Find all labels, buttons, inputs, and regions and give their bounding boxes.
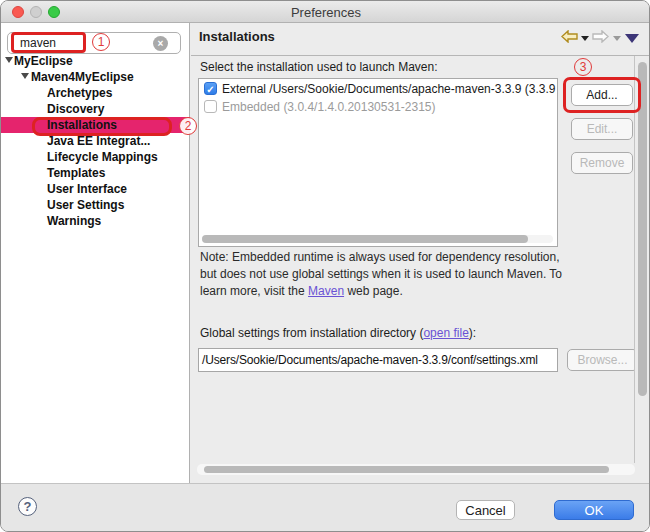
tree-item-label: Warnings [47,213,101,229]
disclosure-triangle-icon[interactable] [5,57,13,63]
tree-item-label: Archetypes [47,85,112,101]
panel-vertical-scrollbar[interactable] [634,56,650,463]
list-item-embedded[interactable]: Embedded (3.0.4/1.4.0.20130531-2315) [199,99,557,115]
remove-button[interactable]: Remove [571,152,633,174]
panel-horizontal-scrollbar[interactable] [197,464,635,475]
add-button[interactable]: Add... [571,84,633,106]
tree-item-myeclipse[interactable]: MyEclipse [1,53,190,69]
tree-item-installations[interactable]: Installations [1,117,190,133]
scrollbar-thumb[interactable] [638,62,647,396]
note-text: web page. [344,284,403,298]
cancel-button[interactable]: Cancel [456,500,515,520]
global-settings-text: ): [469,326,476,340]
forward-dropdown-icon [613,36,621,41]
tree-item-user-interface[interactable]: User Interface [1,181,190,197]
footer-bar: ? Cancel OK [1,483,650,532]
tree-item-label: Java EE Integrat... [47,133,150,149]
open-file-link[interactable]: open file [423,326,468,340]
sidebar: × MyEclipse Maven4MyEclipse Archetypes D… [1,23,190,483]
annotation-number-1: 1 [92,33,110,51]
tree-item-label: Discovery [47,101,104,117]
tree-item-templates[interactable]: Templates [1,165,190,181]
tree-item-warnings[interactable]: Warnings [1,213,190,229]
back-dropdown-icon[interactable] [581,36,589,41]
checkbox-unchecked-icon[interactable] [204,100,217,113]
header-divider [191,55,650,56]
annotation-number-2: 2 [179,117,197,135]
browse-button[interactable]: Browse... [567,349,638,371]
tree-item-label: Maven4MyEclipse [31,69,134,85]
tree-item-label: Lifecycle Mappings [47,149,158,165]
settings-path-field[interactable]: /Users/Sookie/Documents/apache-maven-3.3… [198,348,558,372]
forward-icon [592,30,609,43]
checkbox-checked-icon[interactable]: ✓ [204,82,217,95]
installation-label: External /Users/Sookie/Documents/apache-… [222,81,556,97]
installations-pane: Installations Select the installation us… [191,23,650,483]
installation-label: Embedded (3.0.4/1.4.0.20130531-2315) [222,99,436,115]
scrollbar-thumb[interactable] [204,466,609,473]
window-title: Preferences [1,5,650,20]
title-bar: Preferences [1,1,650,23]
disclosure-triangle-icon[interactable] [21,73,29,79]
installations-list: ✓ External /Users/Sookie/Documents/apach… [198,78,558,247]
list-horizontal-scrollbar[interactable] [202,235,553,243]
tree-item-maven4myeclipse[interactable]: Maven4MyEclipse [1,69,190,85]
edit-button[interactable]: Edit... [571,118,633,140]
tree-item-discovery[interactable]: Discovery [1,101,190,117]
global-settings-text: Global settings from installation direct… [200,326,423,340]
tree-item-java-ee-integration[interactable]: Java EE Integrat... [1,133,190,149]
maven-link[interactable]: Maven [308,284,344,298]
back-icon[interactable] [561,30,578,43]
view-menu-icon[interactable] [625,34,639,43]
tree-item-lifecycle-mappings[interactable]: Lifecycle Mappings [1,149,190,165]
tree-item-archetypes[interactable]: Archetypes [1,85,190,101]
preferences-window: Preferences × MyEclipse Maven4MyEclipse … [0,0,650,532]
global-settings-label: Global settings from installation direct… [200,326,476,340]
page-title: Installations [199,29,275,44]
scrollbar-thumb[interactable] [202,235,528,243]
tree-item-label: User Settings [47,197,124,213]
annotation-number-3: 3 [574,58,592,76]
select-installation-label: Select the installation used to launch M… [200,60,437,74]
list-item-external[interactable]: ✓ External /Users/Sookie/Documents/apach… [199,81,557,97]
ok-button[interactable]: OK [554,500,634,520]
tree-item-label: Templates [47,165,105,181]
search-clear-icon[interactable]: × [153,36,168,51]
tree-item-label: User Interface [47,181,127,197]
tree-item-user-settings[interactable]: User Settings [1,197,190,213]
help-icon[interactable]: ? [18,497,37,516]
embedded-runtime-note: Note: Embedded runtime is always used fo… [200,249,566,300]
tree-item-label: MyEclipse [14,53,73,69]
tree-item-label: Installations [47,117,117,133]
preferences-tree: MyEclipse Maven4MyEclipse Archetypes Dis… [1,53,190,229]
